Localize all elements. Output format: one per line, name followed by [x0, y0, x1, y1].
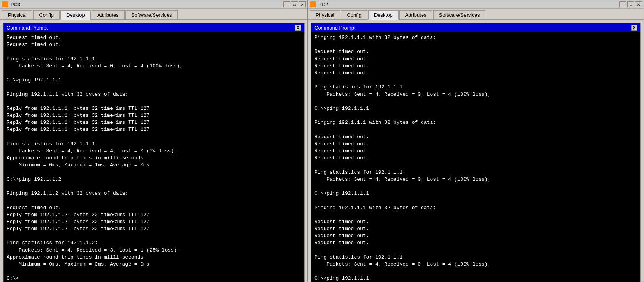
- pc3-window-close-btn[interactable]: X: [299, 1, 306, 7]
- pc3-icon: [2, 1, 8, 7]
- pc2-cmd-title: Command Prompt: [314, 25, 355, 31]
- pc2-tab-attributes[interactable]: Attributes: [399, 10, 432, 19]
- pc3-cmd-title: Command Prompt: [7, 25, 48, 31]
- pc3-cmd-container: Command Prompt X Request timed out. Requ…: [3, 23, 305, 282]
- pc2-window: PC2 – □ X Physical Config Desktop Attrib…: [308, 0, 644, 282]
- pc2-maximize-btn[interactable]: □: [627, 1, 634, 7]
- pc3-cmd-body[interactable]: Request timed out. Request timed out. Pi…: [4, 32, 304, 282]
- pc2-title-content: PC2: [310, 1, 328, 7]
- pc3-window: PC3 – □ X Physical Config Desktop Attrib…: [0, 0, 308, 282]
- pc3-minimize-btn[interactable]: –: [283, 1, 290, 7]
- pc2-window-close-btn[interactable]: X: [635, 1, 642, 7]
- pc2-tab-software[interactable]: Software/Services: [433, 10, 486, 19]
- pc2-cmd-close-btn[interactable]: X: [631, 25, 637, 31]
- pc2-title-bar: PC2 – □ X: [308, 0, 644, 9]
- pc2-tabs: Physical Config Desktop Attributes Softw…: [308, 9, 644, 20]
- pc2-tab-desktop[interactable]: Desktop: [368, 10, 399, 20]
- pc3-window-controls: – □ X: [283, 1, 306, 7]
- pc2-cmd-container: Command Prompt X Pinging 192.1.1.1 with …: [311, 23, 641, 282]
- pc2-cmd-body[interactable]: Pinging 192.1.1.1 with 32 bytes of data:…: [311, 32, 640, 282]
- pc3-tab-software[interactable]: Software/Services: [125, 10, 178, 19]
- pc3-tab-physical[interactable]: Physical: [2, 10, 32, 19]
- pc2-tab-config[interactable]: Config: [341, 10, 367, 19]
- pc3-tab-desktop[interactable]: Desktop: [60, 10, 91, 20]
- pc2-minimize-btn[interactable]: –: [619, 1, 626, 7]
- pc3-tabs: Physical Config Desktop Attributes Softw…: [0, 9, 307, 20]
- pc2-window-controls: – □ X: [619, 1, 642, 7]
- pc3-maximize-btn[interactable]: □: [291, 1, 298, 7]
- pc3-title-text: PC3: [11, 2, 20, 7]
- pc3-cmd-close-btn[interactable]: X: [295, 25, 301, 31]
- pc3-cmd-header: Command Prompt X: [4, 23, 304, 32]
- pc3-tab-config[interactable]: Config: [33, 10, 60, 19]
- pc3-title-content: PC3: [2, 1, 20, 7]
- pc3-tab-attributes[interactable]: Attributes: [92, 10, 125, 19]
- pc2-icon: [310, 1, 316, 7]
- pc2-cmd-header: Command Prompt X: [311, 23, 640, 32]
- pc2-title-text: PC2: [318, 2, 328, 7]
- pc3-title-bar: PC3 – □ X: [0, 0, 307, 9]
- pc2-tab-physical[interactable]: Physical: [310, 10, 340, 19]
